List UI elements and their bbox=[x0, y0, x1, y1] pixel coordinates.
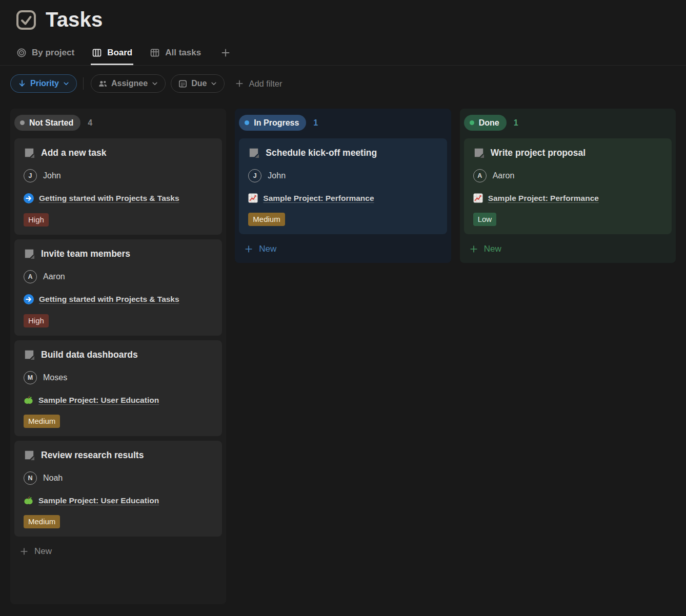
tab-label: All tasks bbox=[165, 48, 201, 58]
project-link[interactable]: Getting started with Projects & Tasks bbox=[39, 194, 179, 203]
project-link[interactable]: Sample Project: Performance bbox=[488, 194, 599, 203]
add-view-button[interactable] bbox=[217, 45, 232, 65]
avatar: A bbox=[24, 270, 37, 283]
task-title[interactable]: Invite team members bbox=[41, 249, 130, 259]
status-pill[interactable]: Done bbox=[464, 115, 507, 131]
new-task-label: New bbox=[34, 546, 52, 557]
status-label: Done bbox=[479, 118, 499, 128]
task-card[interactable]: Invite team members A Aaron Getting star… bbox=[14, 239, 222, 336]
kanban-board: Not Started 4 Add a new task J John bbox=[10, 109, 676, 604]
target-icon bbox=[16, 48, 27, 58]
chevron-down-icon bbox=[63, 80, 70, 87]
avatar-initial: M bbox=[28, 374, 33, 381]
avatar: A bbox=[473, 169, 487, 182]
task-card[interactable]: Write project proposal A Aaron bbox=[464, 138, 672, 234]
board-column-done: Done 1 Write project proposal A Aaron bbox=[460, 109, 676, 263]
plus-icon bbox=[235, 79, 244, 88]
project-link[interactable]: Sample Project: User Education bbox=[38, 396, 159, 405]
status-dot-icon bbox=[245, 120, 249, 125]
checkbox-icon bbox=[15, 9, 37, 31]
board-column-in-progress: In Progress 1 Schedule kick-off meeting … bbox=[235, 109, 451, 263]
task-title[interactable]: Build data dashboards bbox=[41, 350, 138, 360]
column-header: Not Started 4 bbox=[14, 115, 222, 131]
task-card[interactable]: Review research results N Noah Sample Pr… bbox=[14, 441, 222, 537]
new-task-label: New bbox=[259, 244, 276, 254]
priority-badge: High bbox=[24, 314, 49, 327]
avatar: J bbox=[24, 169, 37, 182]
table-icon bbox=[150, 48, 160, 58]
task-title[interactable]: Schedule kick-off meeting bbox=[266, 148, 377, 158]
page-title: Tasks bbox=[46, 8, 103, 31]
chart-increase-icon bbox=[248, 193, 258, 203]
avatar-initial: J bbox=[29, 172, 32, 179]
plus-icon bbox=[19, 547, 29, 556]
avatar-initial: A bbox=[477, 172, 482, 179]
tab-all-tasks[interactable]: All tasks bbox=[149, 45, 202, 65]
assignee-name: Noah bbox=[43, 474, 63, 483]
new-task-button[interactable]: New bbox=[239, 241, 447, 257]
add-filter-button[interactable]: Add filter bbox=[235, 79, 282, 89]
page-icon bbox=[24, 248, 35, 259]
priority-badge: Medium bbox=[248, 213, 285, 226]
green-apple-icon bbox=[24, 395, 33, 405]
status-dot-icon bbox=[20, 120, 25, 125]
sort-priority-chip[interactable]: Priority bbox=[10, 74, 77, 93]
filter-divider bbox=[83, 77, 84, 90]
priority-badge: Medium bbox=[24, 415, 60, 428]
page-icon bbox=[24, 349, 35, 360]
assignee-chip-label: Assignee bbox=[111, 79, 148, 88]
status-label: In Progress bbox=[254, 118, 299, 128]
project-link[interactable]: Getting started with Projects & Tasks bbox=[39, 295, 179, 304]
due-chip-label: Due bbox=[191, 79, 207, 88]
page-icon bbox=[24, 147, 35, 158]
plus-icon bbox=[469, 244, 478, 254]
status-pill[interactable]: In Progress bbox=[239, 115, 306, 131]
new-task-button[interactable]: New bbox=[464, 241, 672, 257]
avatar-initial: N bbox=[28, 475, 32, 482]
avatar: M bbox=[24, 371, 37, 384]
arrow-down-icon bbox=[17, 79, 27, 88]
new-task-button[interactable]: New bbox=[14, 544, 222, 559]
arrow-circle-icon bbox=[24, 193, 34, 203]
view-tabs: By project Board All tasks bbox=[0, 31, 686, 66]
chevron-down-icon bbox=[210, 80, 217, 87]
assignee-filter-chip[interactable]: Assignee bbox=[91, 74, 166, 93]
assignee-name: John bbox=[268, 171, 286, 180]
assignee-name: Moses bbox=[43, 373, 67, 382]
arrow-circle-icon bbox=[24, 294, 34, 304]
status-dot-icon bbox=[470, 120, 474, 125]
plus-icon bbox=[220, 48, 231, 58]
due-filter-chip[interactable]: Due bbox=[171, 74, 225, 93]
avatar-initial: A bbox=[28, 273, 32, 280]
tab-board[interactable]: Board bbox=[91, 45, 133, 65]
page-icon bbox=[248, 147, 259, 158]
task-title[interactable]: Write project proposal bbox=[491, 148, 586, 158]
chart-increase-icon bbox=[473, 193, 483, 203]
status-pill[interactable]: Not Started bbox=[14, 115, 80, 131]
assignee-name: Aaron bbox=[493, 171, 515, 180]
filter-bar: Priority Assignee bbox=[10, 74, 686, 93]
task-title[interactable]: Review research results bbox=[41, 450, 144, 461]
project-link[interactable]: Sample Project: User Education bbox=[38, 496, 159, 505]
priority-badge: Low bbox=[473, 213, 497, 226]
priority-badge: High bbox=[24, 213, 49, 227]
assignee-name: John bbox=[43, 171, 61, 180]
page-icon bbox=[473, 147, 485, 158]
page-header: Tasks bbox=[0, 0, 686, 31]
column-count: 4 bbox=[88, 118, 92, 128]
project-link[interactable]: Sample Project: Performance bbox=[263, 194, 374, 203]
task-card[interactable]: Build data dashboards M Moses Sample Pro… bbox=[14, 340, 222, 436]
tab-by-project[interactable]: By project bbox=[15, 45, 75, 65]
task-title[interactable]: Add a new task bbox=[41, 148, 106, 158]
priority-badge: Medium bbox=[24, 515, 60, 528]
avatar: J bbox=[248, 169, 261, 182]
board-column-not-started: Not Started 4 Add a new task J John bbox=[10, 109, 226, 604]
avatar: N bbox=[24, 471, 37, 485]
people-icon bbox=[98, 79, 108, 89]
tasks-board-page: Tasks By project Board bbox=[0, 0, 686, 616]
column-count: 1 bbox=[313, 118, 318, 128]
tab-label: Board bbox=[107, 48, 132, 58]
status-label: Not Started bbox=[29, 118, 73, 128]
task-card[interactable]: Schedule kick-off meeting J John bbox=[239, 138, 447, 234]
task-card[interactable]: Add a new task J John Getting started wi… bbox=[14, 138, 222, 235]
